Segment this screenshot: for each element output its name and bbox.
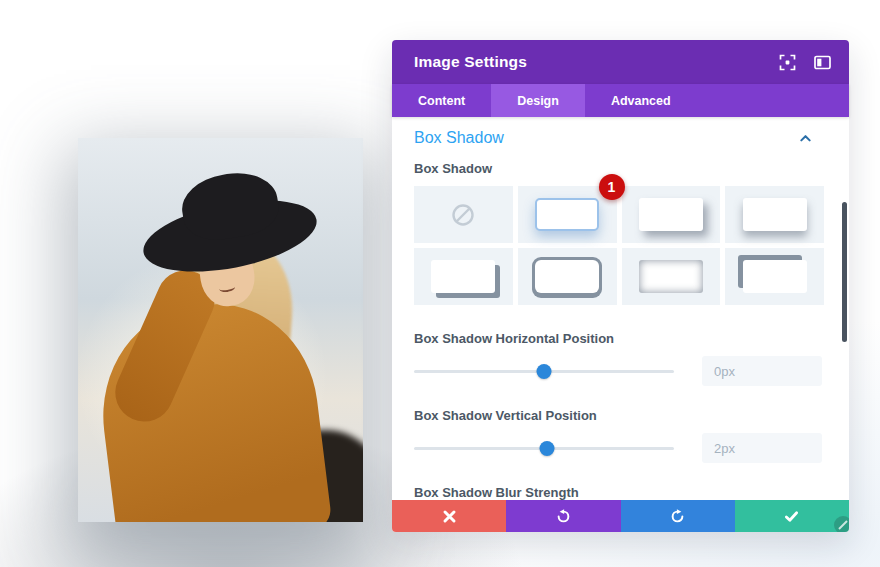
preset-thumbnail [743, 260, 807, 293]
blur-strength-label: Box Shadow Blur Strength [414, 485, 824, 500]
vertical-position-input[interactable] [702, 433, 822, 463]
horizontal-position-label: Box Shadow Horizontal Position [414, 331, 824, 346]
check-icon [784, 509, 799, 524]
box-shadow-label: Box Shadow [414, 161, 824, 176]
annotation-badge-1: 1 [599, 174, 625, 200]
preset-thumbnail [535, 198, 599, 231]
section-title: Box Shadow [414, 129, 799, 147]
preset-bottom-shadow[interactable] [725, 186, 824, 243]
undo-button[interactable] [506, 500, 620, 532]
horizontal-position-slider[interactable] [414, 356, 674, 386]
box-shadow-section-toggle[interactable]: Box Shadow [414, 129, 824, 147]
modal-footer [392, 500, 849, 532]
page: Image Settings Content Design Advanced B… [0, 0, 880, 567]
settings-panel: Box Shadow Box Shadow 1 [392, 117, 849, 500]
modal-header: Image Settings [392, 40, 849, 84]
preset-offset-right-shadow[interactable] [622, 186, 721, 243]
slider-thumb[interactable] [539, 441, 554, 456]
image-settings-modal: Image Settings Content Design Advanced B… [392, 40, 849, 532]
cancel-button[interactable] [392, 500, 506, 532]
vertical-position-slider[interactable] [414, 433, 674, 463]
horizontal-position-field: Box Shadow Horizontal Position [414, 331, 824, 386]
preview-image[interactable] [78, 138, 363, 522]
horizontal-position-input[interactable] [702, 356, 822, 386]
preset-no-shadow[interactable] [414, 186, 513, 243]
slider-thumb[interactable] [537, 364, 552, 379]
close-icon [442, 509, 457, 524]
preset-thumbnail [431, 260, 495, 293]
redo-button[interactable] [621, 500, 735, 532]
preset-hard-outline-shadow[interactable] [518, 248, 617, 305]
split-view-icon[interactable] [814, 54, 831, 71]
vertical-position-label: Box Shadow Vertical Position [414, 408, 824, 423]
preset-thumbnail [639, 198, 703, 231]
preset-thumbnail [639, 260, 703, 293]
resize-handle-icon[interactable] [832, 514, 849, 532]
preset-soft-outer-shadow[interactable]: 1 [518, 186, 617, 243]
preset-hard-offset-top-left[interactable] [725, 248, 824, 305]
undo-icon [556, 509, 571, 524]
modal-title: Image Settings [414, 53, 761, 71]
no-shadow-icon [450, 202, 476, 228]
tab-bar: Content Design Advanced [392, 84, 849, 117]
preset-hard-offset-bottom-right[interactable] [414, 248, 513, 305]
vertical-position-field: Box Shadow Vertical Position [414, 408, 824, 463]
box-shadow-presets: 1 [414, 186, 824, 305]
preset-inner-shadow[interactable] [622, 248, 721, 305]
tab-design[interactable]: Design [491, 84, 585, 117]
blur-strength-field: Box Shadow Blur Strength 2 [414, 485, 824, 500]
preset-thumbnail [743, 198, 807, 231]
scrollbar-thumb[interactable] [842, 202, 847, 342]
tab-content[interactable]: Content [392, 84, 491, 117]
preset-thumbnail [535, 260, 599, 293]
tab-advanced[interactable]: Advanced [585, 84, 697, 117]
chevron-up-icon [799, 132, 812, 145]
redo-icon [670, 509, 685, 524]
expand-preview-icon[interactable] [779, 54, 796, 71]
